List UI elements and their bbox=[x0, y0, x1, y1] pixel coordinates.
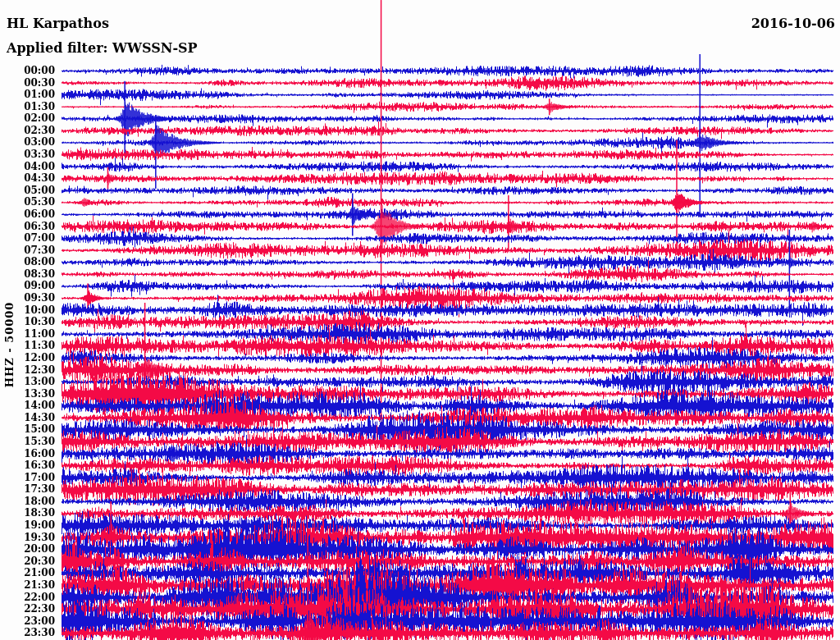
time-label: 05:30 bbox=[0, 197, 55, 208]
time-label: 06:30 bbox=[0, 222, 55, 232]
time-label: 10:30 bbox=[0, 317, 55, 327]
time-label: 01:00 bbox=[0, 89, 55, 100]
time-label: 13:00 bbox=[0, 377, 55, 387]
time-label: 07:00 bbox=[0, 233, 55, 244]
time-label: 20:30 bbox=[0, 556, 55, 567]
time-label: 02:30 bbox=[0, 126, 55, 136]
time-label: 00:00 bbox=[0, 66, 55, 76]
time-label: 18:30 bbox=[0, 508, 55, 519]
time-axis: 00:0000:3001:0001:3002:0002:3003:0003:30… bbox=[0, 0, 56, 640]
time-label: 15:30 bbox=[0, 437, 55, 447]
time-label: 04:00 bbox=[0, 162, 55, 172]
time-label: 03:00 bbox=[0, 137, 55, 148]
time-label: 00:30 bbox=[0, 78, 55, 89]
time-label: 23:00 bbox=[0, 616, 55, 627]
time-label: 03:30 bbox=[0, 149, 55, 160]
time-label: 04:30 bbox=[0, 173, 55, 184]
time-label: 16:00 bbox=[0, 449, 55, 459]
time-label: 14:30 bbox=[0, 413, 55, 423]
time-label: 22:30 bbox=[0, 604, 55, 615]
time-label: 15:00 bbox=[0, 424, 55, 435]
time-label: 14:00 bbox=[0, 400, 55, 411]
time-label: 02:00 bbox=[0, 113, 55, 124]
time-label: 17:00 bbox=[0, 473, 55, 483]
record-date: 2016-10-06 bbox=[751, 16, 835, 31]
time-label: 10:00 bbox=[0, 305, 55, 316]
time-label: 18:00 bbox=[0, 496, 55, 507]
time-label: 17:30 bbox=[0, 484, 55, 495]
time-label: 08:30 bbox=[0, 269, 55, 280]
time-label: 05:00 bbox=[0, 185, 55, 196]
time-label: 20:00 bbox=[0, 544, 55, 555]
time-label: 11:00 bbox=[0, 329, 55, 340]
time-label: 19:30 bbox=[0, 533, 55, 543]
time-label: 19:00 bbox=[0, 520, 55, 531]
time-label: 22:00 bbox=[0, 592, 55, 603]
time-label: 06:00 bbox=[0, 209, 55, 220]
time-label: 13:30 bbox=[0, 389, 55, 400]
time-label: 09:00 bbox=[0, 281, 55, 291]
time-label: 23:30 bbox=[0, 628, 55, 638]
time-label: 09:30 bbox=[0, 293, 55, 304]
helicorder-page: { "header": { "station": "HL Karpathos",… bbox=[0, 0, 840, 640]
time-label: 21:30 bbox=[0, 580, 55, 591]
time-label: 12:00 bbox=[0, 353, 55, 363]
time-label: 16:30 bbox=[0, 460, 55, 471]
time-label: 07:30 bbox=[0, 245, 55, 256]
time-label: 11:30 bbox=[0, 341, 55, 351]
time-label: 21:00 bbox=[0, 568, 55, 578]
time-label: 08:00 bbox=[0, 257, 55, 267]
time-label: 12:30 bbox=[0, 365, 55, 376]
helicorder-canvas bbox=[0, 0, 840, 640]
time-label: 01:30 bbox=[0, 102, 55, 112]
